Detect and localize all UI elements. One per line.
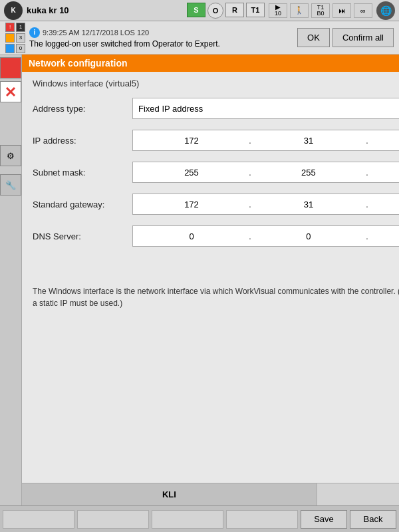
tab-kli[interactable]: KLI: [22, 483, 317, 505]
dns-dot-2: .: [364, 231, 370, 241]
walk-icon: 🚶: [290, 3, 309, 18]
ip-address-field: . . .: [132, 130, 399, 151]
x-icon: [5, 86, 16, 97]
confirm-all-button[interactable]: Confirm all: [332, 28, 394, 47]
notif-message: The logged-on user switched from Operato…: [29, 39, 293, 49]
gateway-field: . . .: [132, 194, 399, 215]
address-type-row: Address type: Fixed IP address ▼: [33, 98, 399, 119]
ip-dot-2: .: [364, 135, 370, 146]
bottom-spacer-1: [3, 510, 74, 529]
info-icon: i: [29, 27, 40, 38]
bottom-spacer-2: [77, 510, 149, 529]
gateway-dot-2: .: [364, 199, 370, 209]
subnet-mask-field: . . .: [132, 162, 399, 183]
notif-indicator-error: !: [5, 23, 15, 32]
gateway-octet-3[interactable]: [370, 200, 399, 209]
dns-octet-3[interactable]: [370, 231, 399, 241]
notif-indicator-warn-count: 3: [16, 33, 25, 43]
notification-bar: ! 1 3 0 i 9:39:25 AM 12/17/2018 LOS 120 …: [0, 21, 399, 55]
dns-row: DNS Server: . . .: [33, 225, 399, 247]
notif-indicators: ! 1 3 0: [5, 23, 25, 53]
subnet-octet-3[interactable]: [370, 168, 399, 178]
content-area: Network configuration Windows interface …: [22, 55, 399, 505]
bottom-bar: Save Back: [0, 505, 399, 532]
ip-octet-1[interactable]: [136, 136, 247, 146]
settings-icon-btn[interactable]: ⚙: [0, 145, 21, 166]
mode-buttons: S O R T1: [187, 3, 265, 19]
main-layout: ⚙ 🔧 Network configuration Windows interf…: [0, 55, 399, 505]
subnet-mask-control: . . .: [132, 162, 399, 183]
subnet-octet-2[interactable]: [253, 168, 364, 178]
mode-t1[interactable]: T1: [246, 3, 265, 17]
dns-dot-1: .: [247, 231, 253, 241]
notif-indicator-info-count: 0: [16, 44, 25, 53]
t1b0-icon: T1B0: [311, 3, 330, 18]
app-title: kuka kr 10: [27, 5, 183, 15]
skip-icon: ⏭: [332, 3, 351, 18]
gateway-octet-2[interactable]: [253, 200, 364, 209]
gateway-row: Standard gateway: . . .: [33, 194, 399, 215]
ip-octet-3[interactable]: [370, 136, 399, 146]
info-text: The Windows interface is the network int…: [33, 285, 399, 309]
dns-field: . . .: [132, 225, 399, 247]
ip-dot-1: .: [247, 135, 253, 146]
subnet-mask-row: Subnet mask: . . .: [33, 162, 399, 183]
title-bar: K kuka kr 10 S O R T1 ▶10 🚶 T1B0 ⏭ ∞ 🌐: [0, 0, 399, 21]
notif-indicator-warn: [5, 33, 15, 43]
net-config-header: Network configuration: [22, 55, 399, 72]
notif-time: i 9:39:25 AM 12/17/2018 LOS 120: [29, 27, 293, 38]
error-indicator-1: [0, 57, 21, 78]
gateway-label: Standard gateway:: [33, 200, 132, 209]
tab-internal-subnets[interactable]: Internal subnets: [317, 483, 399, 505]
address-type-dropdown[interactable]: Fixed IP address ▼: [132, 98, 399, 119]
subnet-octet-1[interactable]: [136, 168, 247, 178]
app-logo: K: [4, 1, 23, 20]
subnet-mask-label: Subnet mask:: [33, 168, 132, 178]
net-config-body: Windows interface (virtual5) Address typ…: [22, 72, 399, 483]
gateway-octet-1[interactable]: [136, 200, 247, 209]
notif-message-area: i 9:39:25 AM 12/17/2018 LOS 120 The logg…: [29, 27, 293, 49]
play-speed-icon: ▶10: [269, 3, 287, 18]
ip-address-control: . . .: [132, 130, 399, 151]
gateway-control: . . .: [132, 194, 399, 215]
dns-label: DNS Server:: [33, 231, 132, 241]
address-type-value: Fixed IP address: [133, 104, 399, 114]
notif-indicator-info: [5, 44, 15, 53]
subnet-dot-2: .: [364, 167, 370, 178]
mode-o[interactable]: O: [207, 3, 223, 19]
notif-action-buttons: OK Confirm all: [297, 28, 394, 47]
subnet-dot-1: .: [247, 167, 253, 178]
left-panel: ⚙ 🔧: [0, 55, 22, 505]
dns-octet-1[interactable]: [136, 231, 247, 241]
infinity-icon: ∞: [354, 3, 372, 18]
save-button[interactable]: Save: [301, 510, 347, 529]
bottom-spacer-3: [152, 510, 223, 529]
dns-control: . . .: [132, 225, 399, 247]
back-button[interactable]: Back: [350, 510, 396, 529]
left-btn-white[interactable]: [0, 81, 21, 102]
ok-button[interactable]: OK: [297, 28, 330, 47]
bottom-spacer-4: [226, 510, 298, 529]
bottom-tabs: KLI Internal subnets: [22, 483, 399, 505]
ip-octet-2[interactable]: [253, 136, 364, 146]
advanced-row: 1 Advanced...: [33, 257, 399, 279]
address-type-label: Address type:: [33, 104, 132, 114]
ip-address-label: IP address:: [33, 136, 132, 146]
notif-indicator-count: 1: [16, 23, 25, 32]
address-type-control: Fixed IP address ▼: [132, 98, 399, 119]
globe-icon: 🌐: [376, 1, 395, 20]
mode-s[interactable]: S: [187, 3, 205, 17]
mode-r[interactable]: R: [225, 3, 244, 17]
right-icons: ▶10 🚶 T1B0 ⏭ ∞: [269, 3, 372, 18]
ip-address-row: IP address: . . .: [33, 130, 399, 151]
wrench-icon-btn[interactable]: 🔧: [0, 174, 21, 196]
interface-title: Windows interface (virtual5): [33, 78, 399, 88]
gateway-dot-1: .: [247, 199, 253, 209]
dns-octet-2[interactable]: [253, 231, 364, 241]
